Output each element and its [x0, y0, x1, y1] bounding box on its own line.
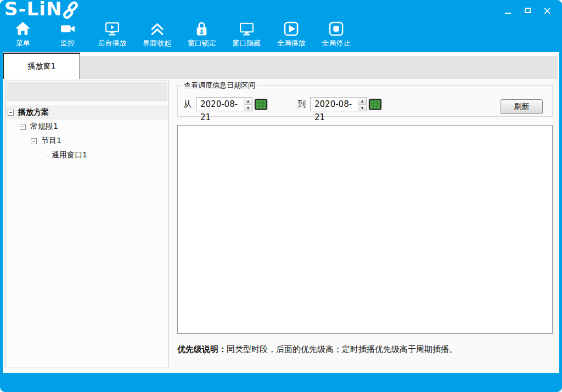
window-controls: ×	[502, 4, 553, 16]
toolbar-item-background-play[interactable]: 后台播放	[90, 20, 135, 48]
toolbar-label: 全局停止	[322, 38, 350, 48]
video-camera-icon	[59, 20, 76, 37]
global-play-icon	[283, 20, 300, 37]
tree-item-label: 节目1	[41, 136, 61, 146]
calendar-grid-icon	[368, 98, 382, 111]
from-calendar-button[interactable]	[254, 98, 268, 111]
app-window: S-LiN × 菜单	[0, 0, 562, 392]
tree-item-regular-segment[interactable]: 常规段1	[5, 120, 168, 134]
schedule-info-list	[177, 125, 553, 334]
toolbar-label: 后台播放	[98, 38, 127, 48]
spinner-down-button[interactable]: ▼	[244, 105, 252, 111]
main-content: 播放窗1 播放方案 常规段1 节目1	[3, 52, 559, 373]
priority-note: 优先级说明：同类型时段，后面的优先级高；定时插播优先级高于周期插播。	[177, 344, 457, 355]
minimize-button[interactable]	[502, 4, 514, 16]
toolbar-item-window-hide[interactable]: 窗口隐藏	[224, 20, 269, 48]
toolbar-label: 监控	[60, 38, 75, 48]
collapse-box-icon[interactable]	[31, 138, 37, 144]
playlist-tree-panel: 播放方案 常规段1 节目1 通用窗口1	[5, 81, 169, 367]
monitor-icon	[238, 20, 255, 37]
playlist-tree: 播放方案 常规段1 节目1 通用窗口1	[5, 105, 168, 162]
collapse-box-icon[interactable]	[20, 124, 26, 130]
toolbar-item-monitor[interactable]: 监控	[46, 20, 91, 48]
schedule-date-range-group: 查看调度信息日期区间 从 2020-08-21 ▲ ▼	[177, 85, 553, 117]
monitor-play-icon	[104, 20, 121, 37]
toolbar-label: 窗口隐藏	[232, 38, 261, 48]
maximize-icon	[525, 8, 531, 13]
calendar-grid-icon	[254, 98, 268, 111]
refresh-button[interactable]: 刷新	[501, 99, 543, 114]
priority-note-body: 同类型时段，后面的优先级高；定时插播优先级高于周期插播。	[227, 344, 457, 354]
minimize-icon	[505, 13, 511, 14]
from-date-value[interactable]: 2020-08-21	[196, 98, 244, 111]
app-logo: S-LiN	[4, 0, 79, 20]
toolbar-label: 窗口锁定	[188, 38, 216, 48]
group-title: 查看调度信息日期区间	[182, 81, 257, 90]
arrow-up-icon: ▲	[361, 99, 364, 103]
tree-item-label: 常规段1	[30, 122, 58, 132]
to-date-spinner: ▲ ▼	[358, 98, 366, 111]
tree-item-label: 通用窗口1	[52, 150, 87, 160]
main-toolbar: 菜单 监控 后台播放 界面	[1, 20, 358, 48]
to-calendar-button[interactable]	[368, 98, 382, 111]
arrow-up-icon: ▲	[247, 99, 250, 103]
spinner-up-button[interactable]: ▲	[244, 98, 252, 105]
from-date-spinner: ▲ ▼	[244, 98, 252, 111]
toolbar-item-menu[interactable]: 菜单	[1, 20, 46, 48]
toolbar-label: 界面收起	[143, 38, 171, 48]
from-label: 从	[183, 99, 192, 110]
maximize-button[interactable]	[521, 4, 533, 16]
priority-note-title: 优先级说明：	[177, 344, 227, 354]
arrow-down-icon: ▼	[247, 106, 250, 110]
to-date-value[interactable]: 2020-08-21	[311, 98, 358, 111]
close-icon: ×	[543, 5, 552, 16]
global-stop-icon	[328, 20, 345, 37]
toolbar-label: 菜单	[16, 38, 30, 48]
tab-play-window-1[interactable]: 播放窗1	[3, 53, 80, 79]
date-range-row: 从 2020-08-21 ▲ ▼	[183, 97, 493, 111]
close-button[interactable]: ×	[541, 4, 553, 16]
toolbar-item-global-stop[interactable]: 全局停止	[314, 20, 359, 48]
tree-item-label: 播放方案	[18, 107, 49, 117]
tree-branch-icon	[42, 150, 49, 156]
toolbar-item-collapse-ui[interactable]: 界面收起	[135, 20, 180, 48]
lock-icon	[193, 20, 210, 37]
tree-item-play-scheme[interactable]: 播放方案	[5, 105, 168, 120]
logo-text: S-LiN	[4, 0, 62, 20]
spinner-down-button[interactable]: ▼	[358, 105, 366, 111]
spinner-up-button[interactable]: ▲	[358, 98, 366, 105]
arrow-down-icon: ▼	[361, 106, 364, 110]
tab-strip: 播放窗1	[3, 52, 559, 79]
home-icon	[14, 20, 31, 37]
tree-item-program[interactable]: 节目1	[5, 134, 168, 148]
tab-label: 播放窗1	[28, 61, 56, 71]
collapse-box-icon[interactable]	[8, 110, 14, 116]
toolbar-item-global-play[interactable]: 全局播放	[269, 20, 314, 48]
from-date-field[interactable]: 2020-08-21 ▲ ▼	[196, 97, 252, 111]
collapse-up-icon	[149, 20, 166, 37]
chain-link-icon	[63, 1, 79, 19]
toolbar-item-window-lock[interactable]: 窗口锁定	[179, 20, 224, 48]
tree-header	[7, 82, 167, 101]
tree-item-generic-window[interactable]: 通用窗口1	[5, 148, 168, 162]
toolbar-label: 全局播放	[277, 38, 306, 48]
tab-strip-filler	[80, 56, 558, 79]
to-label: 到	[297, 99, 306, 110]
to-date-field[interactable]: 2020-08-21 ▲ ▼	[310, 97, 367, 111]
